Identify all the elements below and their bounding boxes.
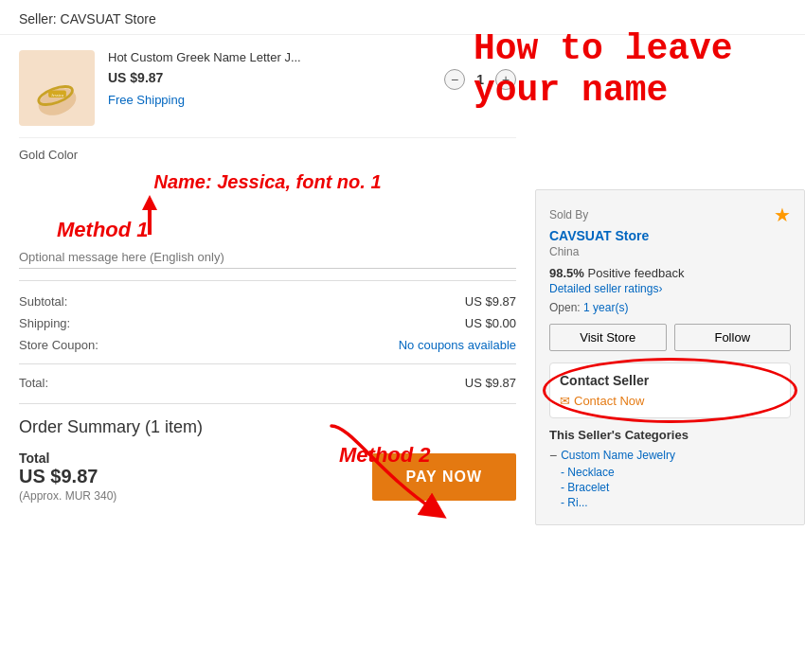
method2-label: Method 2 xyxy=(339,443,431,468)
subtotal-row: Subtotal: US $9.87 xyxy=(19,291,516,312)
product-title: Hot Custom Greek Name Letter J... xyxy=(108,50,444,64)
product-info: Hot Custom Greek Name Letter J... US $9.… xyxy=(95,50,444,107)
divider xyxy=(19,363,516,364)
seller-panel-name[interactable]: CAVSUAT Store xyxy=(549,228,791,243)
categories-title: This Seller's Categories xyxy=(549,428,791,442)
category-main-item: − Custom Name Jewelry xyxy=(549,448,791,463)
sold-by-label: Sold By xyxy=(549,208,588,221)
seller-label: Seller: xyxy=(19,11,57,27)
product-shipping: Free Shipping xyxy=(108,93,444,107)
total-value: US $9.87 xyxy=(465,376,516,390)
open-label: Open: xyxy=(549,301,581,314)
message-input-wrapper xyxy=(19,246,516,269)
follow-button[interactable]: Follow xyxy=(674,324,792,351)
page-wrapper: Seller: CAVSUAT Store How to leave your … xyxy=(0,0,805,672)
summary-total-block: Total US $9.87 (Approx. MUR 340) xyxy=(19,451,116,503)
name-annotation: Name: Jessica, font no. 1 xyxy=(19,166,516,195)
order-summary-title: Order Summary (1 item) xyxy=(19,417,516,437)
seller-country: China xyxy=(549,245,791,258)
shipping-value: US $0.00 xyxy=(465,316,516,330)
seller-name: CAVSUAT Store xyxy=(61,11,156,27)
method1-label: Method 1 xyxy=(57,218,149,242)
order-totals: Subtotal: US $9.87 Shipping: US $0.00 St… xyxy=(19,280,516,403)
quantity-minus-button[interactable]: − xyxy=(444,69,465,90)
left-panel: Jessica Hot Custom Greek Name Letter J..… xyxy=(0,35,535,514)
feedback-label: Positive feedback xyxy=(588,266,685,280)
subtotal-label: Subtotal: xyxy=(19,294,67,309)
seller-buttons: Visit Store Follow xyxy=(549,324,791,351)
howto-heading: How to leave your name xyxy=(474,28,796,111)
total-row: Total: US $9.87 xyxy=(19,372,516,394)
open-row: Open: 1 year(s) xyxy=(549,301,791,314)
summary-total-price: US $9.87 xyxy=(19,466,116,487)
coupon-label: Store Coupon: xyxy=(19,338,98,352)
product-image: Jessica xyxy=(19,50,95,126)
contact-now-link[interactable]: ✉ Contact Now xyxy=(560,394,780,408)
coupon-value[interactable]: No coupons available xyxy=(399,338,516,352)
subtotal-value: US $9.87 xyxy=(465,294,516,309)
sold-by-row: Sold By ★ xyxy=(549,203,791,226)
message-input[interactable] xyxy=(19,246,516,269)
product-price: US $9.87 xyxy=(108,70,444,85)
howto-line1: How to leave xyxy=(474,28,796,70)
arrow-annotation-wrapper: Method 1 xyxy=(19,195,516,242)
summary-total-label: Total xyxy=(19,451,116,466)
howto-line2: your name xyxy=(474,70,796,112)
arrow-line xyxy=(148,210,152,235)
svg-text:Jessica: Jessica xyxy=(51,92,64,97)
category-main-label[interactable]: Custom Name Jewelry xyxy=(561,449,675,462)
category-sub3[interactable]: - Ri... xyxy=(561,496,791,509)
contact-oval-annotation xyxy=(543,358,797,423)
seller-panel: Sold By ★ CAVSUAT Store China 98.5% Posi… xyxy=(535,189,805,525)
contact-now-text: Contact Now xyxy=(574,394,644,408)
ratings-link[interactable]: Detailed seller ratings› xyxy=(549,282,791,295)
summary-row: Total US $9.87 (Approx. MUR 340) PAY NOW xyxy=(19,451,516,503)
contact-seller-section: Contact Seller ✉ Contact Now xyxy=(549,363,791,418)
category-minus-icon: − xyxy=(549,448,557,463)
badge-icon: ★ xyxy=(774,203,791,226)
product-row: Jessica Hot Custom Greek Name Letter J..… xyxy=(19,35,516,138)
coupon-row: Store Coupon: No coupons available xyxy=(19,334,516,356)
order-summary-section: Order Summary (1 item) Total US $9.87 (A… xyxy=(19,403,516,514)
category-sub2[interactable]: - Bracelet xyxy=(561,481,791,494)
shipping-label: Shipping: xyxy=(19,316,70,330)
feedback-row: 98.5% Positive feedback xyxy=(549,266,791,280)
visit-store-button[interactable]: Visit Store xyxy=(549,324,667,351)
contact-seller-title: Contact Seller xyxy=(560,373,780,388)
total-label: Total: xyxy=(19,376,48,390)
envelope-icon: ✉ xyxy=(560,394,570,408)
shipping-row: Shipping: US $0.00 xyxy=(19,312,516,334)
summary-approx: (Approx. MUR 340) xyxy=(19,489,116,503)
product-image-svg: Jessica xyxy=(22,53,93,124)
feedback-pct: 98.5% xyxy=(549,266,584,280)
color-label: Gold Color xyxy=(19,148,78,162)
open-duration: 1 year(s) xyxy=(583,301,628,314)
color-section: Gold Color xyxy=(19,138,516,166)
category-sub1[interactable]: - Necklace xyxy=(561,466,791,479)
arrow-head xyxy=(142,195,157,210)
